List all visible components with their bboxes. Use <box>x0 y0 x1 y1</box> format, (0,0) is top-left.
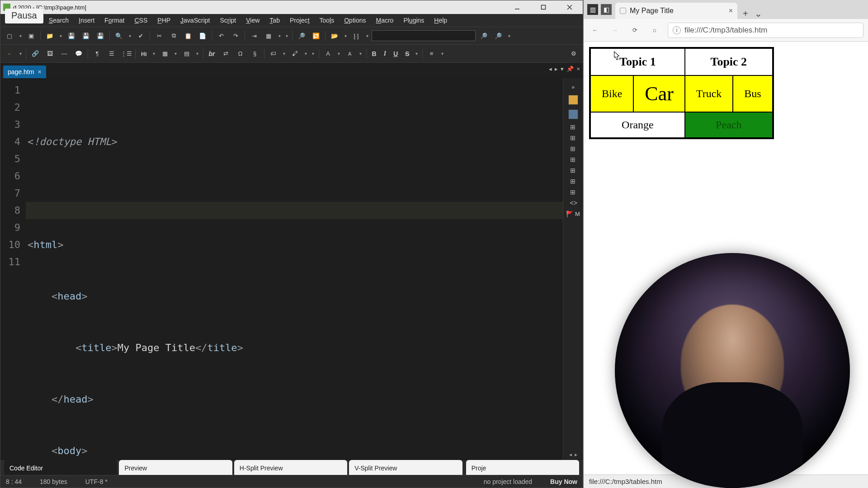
side-expand-icon[interactable]: ⊞ <box>570 145 576 152</box>
find-prev-icon[interactable]: 🔎 <box>492 29 505 42</box>
paste-icon[interactable]: 📋 <box>182 29 194 42</box>
menu-javascript[interactable]: JavaScript <box>177 15 213 26</box>
font-decrease-icon[interactable]: A <box>344 47 356 60</box>
menu-tab[interactable]: Tab <box>266 15 283 26</box>
ul-icon[interactable]: ⋮☰ <box>120 47 132 60</box>
menu-insert[interactable]: Insert <box>75 15 98 26</box>
menu-format[interactable]: Format <box>101 15 128 26</box>
maximize-button[interactable] <box>530 0 557 14</box>
table-tool-icon[interactable]: ▦ <box>262 29 275 42</box>
browser-tab[interactable]: My Page Title × <box>615 3 737 19</box>
menu-php[interactable]: PHP <box>154 15 174 26</box>
indent-icon[interactable]: ⇥ <box>248 29 260 42</box>
side-folder-icon[interactable] <box>568 95 578 105</box>
menu-options[interactable]: Options <box>340 15 369 26</box>
open-project-icon[interactable]: 📂 <box>328 29 341 42</box>
open-dropdown[interactable] <box>58 29 63 42</box>
search-dropdown[interactable] <box>127 29 132 42</box>
side-overflow-icon[interactable]: » <box>571 84 575 90</box>
menu-project[interactable]: Project <box>286 15 313 26</box>
browser-reload-icon[interactable]: ⟳ <box>628 23 642 37</box>
side-code-icon[interactable]: <> <box>570 200 576 206</box>
menu-help[interactable]: Help <box>430 15 451 26</box>
clipboard-icon[interactable]: 📄 <box>196 29 209 42</box>
cut-icon[interactable]: ✂ <box>153 29 165 42</box>
side-expand-icon[interactable]: ⊞ <box>570 156 576 163</box>
spellcheck-icon[interactable]: ✔ <box>134 29 147 42</box>
font-dec-dropdown[interactable] <box>358 47 363 60</box>
align-dropdown[interactable] <box>440 47 445 60</box>
menu-search[interactable]: Search <box>45 15 72 26</box>
side-expand-icon[interactable]: ⊞ <box>570 189 576 195</box>
pin-icon[interactable]: 📌 <box>566 66 574 72</box>
close-button[interactable] <box>557 0 583 14</box>
menu-plugins[interactable]: Plugins <box>400 15 428 26</box>
table-insert-dropdown[interactable] <box>173 47 179 60</box>
new-window-icon[interactable]: ▣ <box>25 29 38 42</box>
bold-button[interactable]: B <box>369 50 379 57</box>
table-tool-dropdown[interactable] <box>277 29 282 42</box>
form-dropdown[interactable] <box>195 47 200 60</box>
comment-icon[interactable]: 💬 <box>72 47 85 60</box>
side-expand-icon[interactable]: ⊞ <box>570 135 576 141</box>
title-bar[interactable]: d 2020 - [C:\tmp3\page.htm] <box>0 0 583 14</box>
tab-list-icon[interactable]: ▾ <box>561 66 564 72</box>
tabs-menu-icon[interactable]: ⌄ <box>755 8 762 19</box>
br-label[interactable]: br <box>206 50 218 57</box>
browser-tabgroup-icon[interactable]: ◧ <box>601 4 612 15</box>
tag-highlight-icon[interactable]: 🏷 <box>267 47 280 60</box>
browser-back-icon[interactable]: ← <box>588 23 602 37</box>
tab-prev-icon[interactable]: ◂ <box>549 66 552 72</box>
strike-dropdown[interactable] <box>414 47 420 60</box>
menu-view[interactable]: View <box>242 15 263 26</box>
ol-icon[interactable]: ☰ <box>105 47 118 60</box>
save-all-icon[interactable]: 💾 <box>80 29 92 42</box>
menu-tools[interactable]: Tools <box>316 15 338 26</box>
link-icon[interactable]: 🔗 <box>29 47 42 60</box>
project-dropdown[interactable] <box>343 29 348 42</box>
menu-css[interactable]: CSS <box>131 15 151 26</box>
browser-forward-icon[interactable]: → <box>608 23 622 37</box>
find-in-files-icon[interactable]: 🔎 <box>295 29 308 42</box>
file-tab-page[interactable]: page.htm × <box>3 66 46 78</box>
close-tab-icon[interactable]: × <box>38 68 41 75</box>
browser-tab-close-icon[interactable]: × <box>729 7 733 15</box>
nav-dropdown[interactable] <box>18 47 23 60</box>
replace-icon[interactable]: 🔁 <box>310 29 322 42</box>
open-folder-icon[interactable]: 📁 <box>43 29 56 42</box>
hr-icon[interactable]: — <box>58 47 71 60</box>
side-flag-icon[interactable]: 🚩 <box>566 211 573 217</box>
address-bar[interactable]: i file:///C:/tmp3/tables.htm <box>668 23 863 38</box>
toolbar-search-input[interactable] <box>372 30 476 41</box>
highlight-icon[interactable]: 🖍 <box>289 47 302 60</box>
side-expand-icon[interactable]: ⊞ <box>570 167 576 174</box>
find-options-dropdown[interactable] <box>506 29 512 42</box>
browser-sidebar-icon[interactable]: ▥ <box>587 4 598 15</box>
regex-dropdown[interactable] <box>364 29 370 42</box>
site-info-icon[interactable]: i <box>673 26 681 34</box>
new-tab-icon[interactable]: + <box>743 9 748 19</box>
heading-label[interactable]: Hı <box>138 50 150 57</box>
side-expand-icon[interactable]: ⊞ <box>570 178 576 184</box>
browser-home-icon[interactable]: ⌂ <box>648 23 661 37</box>
underline-button[interactable]: U <box>391 50 401 57</box>
menu-bar[interactable]: File Edit Search Insert Format CSS PHP J… <box>0 14 583 27</box>
anchor-insert-icon[interactable]: ⇄ <box>220 47 232 60</box>
save-icon[interactable]: 💾 <box>65 29 78 42</box>
find-next-icon[interactable]: 🔎 <box>477 29 490 42</box>
omega-icon[interactable]: Ω <box>234 47 247 60</box>
save-as-icon[interactable]: 💾 <box>94 29 107 42</box>
font-inc-dropdown[interactable] <box>336 47 342 60</box>
side-scroll-right-icon[interactable]: ▸ <box>575 451 577 458</box>
table-insert-icon[interactable]: ▦ <box>159 47 171 60</box>
image-icon[interactable]: 🖼 <box>43 47 56 60</box>
paragraph-icon[interactable]: ¶ <box>91 47 104 60</box>
undo-icon[interactable]: ↶ <box>215 29 227 42</box>
copy-icon[interactable]: ⧉ <box>167 29 180 42</box>
menu-script[interactable]: Script <box>216 15 240 26</box>
search-icon[interactable]: 🔍 <box>113 29 125 42</box>
script-icon[interactable]: § <box>249 47 261 60</box>
new-file-dropdown[interactable] <box>18 29 23 42</box>
strike-button[interactable]: S <box>402 50 412 57</box>
side-scroll-left-icon[interactable]: ◂ <box>569 451 572 458</box>
